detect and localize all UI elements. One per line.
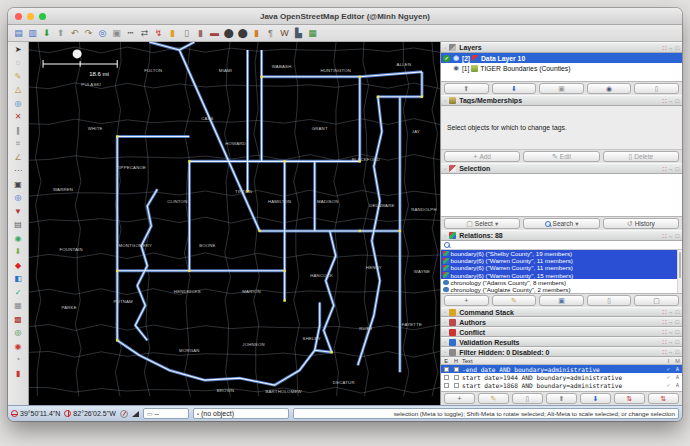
- car-alt-icon[interactable]: ⬤: [236, 27, 249, 40]
- filter-edit-button[interactable]: ✎: [478, 393, 509, 404]
- checkbox-icon[interactable]: [454, 375, 459, 380]
- filter-checkbox[interactable]: [451, 375, 461, 380]
- bookmark-icon[interactable]: ▼: [12, 205, 24, 219]
- download-area-icon[interactable]: ⬇: [12, 246, 24, 260]
- filter-down-button[interactable]: ⬇: [580, 393, 611, 404]
- selection-history-button[interactable]: ↺History: [603, 218, 679, 229]
- detach-icon[interactable]: →: [667, 319, 673, 325]
- barrier-icon[interactable]: ▮: [166, 27, 179, 40]
- extrude-tool-icon[interactable]: ⌗: [12, 138, 24, 152]
- download-icon[interactable]: ⬇: [40, 27, 53, 40]
- building-icon[interactable]: ▬: [208, 27, 221, 40]
- improve-accuracy-tool-icon[interactable]: △: [12, 84, 24, 98]
- zoom-icon[interactable]: ◎: [96, 27, 109, 40]
- relation-add-button[interactable]: +: [444, 295, 489, 306]
- car-icon[interactable]: ⬤: [222, 27, 235, 40]
- lasso-tool-icon[interactable]: ◌: [12, 57, 24, 71]
- relations-panel-header[interactable]: ◦ Relations: 88 ∷→□: [441, 230, 682, 241]
- split-way-icon[interactable]: ┅: [124, 27, 137, 40]
- relation-row[interactable]: boundary(6) ("Warren County", 11 members…: [441, 257, 682, 264]
- filter-panel-header[interactable]: ◦Filter Hidden: 0 Disabled: 0∷→□: [441, 347, 682, 357]
- filter-checkbox[interactable]: [451, 367, 461, 372]
- relation-row[interactable]: boundary(6) ("Warren County", 11 members…: [441, 264, 682, 271]
- sticky-icon[interactable]: ∷: [663, 233, 666, 239]
- layer-down-button[interactable]: ⬇: [492, 83, 537, 94]
- filter-row[interactable]: start_date>1868 AND boundary=administrat…: [441, 381, 682, 389]
- close-panel-icon[interactable]: □: [675, 319, 679, 325]
- audio-icon[interactable]: ▣: [12, 178, 24, 192]
- collapse-icon[interactable]: ◦: [444, 233, 446, 239]
- warning-icon[interactable]: ▮: [250, 27, 263, 40]
- user-icon[interactable]: ◉: [12, 232, 24, 246]
- command-stack-panel-header[interactable]: ◦Command Stack∷→□: [441, 307, 682, 317]
- detach-icon[interactable]: →: [667, 98, 673, 104]
- layer-row[interactable]: ◉[1]TIGER Boundaries (Counties): [441, 63, 682, 73]
- close-panel-icon[interactable]: □: [675, 233, 679, 239]
- layers-panel-header[interactable]: ◦ Layers ∷→□: [441, 42, 682, 53]
- collapse-icon[interactable]: ◦: [444, 45, 446, 51]
- relation-row[interactable]: chronology ("Auglaize County", 2 members…: [441, 286, 682, 293]
- clock-icon[interactable]: ◔: [12, 354, 24, 368]
- wms-icon[interactable]: ▦: [12, 300, 24, 314]
- validate-icon[interactable]: ✓: [12, 286, 24, 300]
- filter-row[interactable]: -end_date AND boundary=administrative✓A: [441, 365, 682, 373]
- selection-panel-header[interactable]: ◦ Selection ∷→□: [441, 163, 682, 174]
- conflict-panel-header[interactable]: ◦Conflict∷→□: [441, 327, 682, 337]
- relation-delete-button[interactable]: ▯: [587, 295, 632, 306]
- close-panel-icon[interactable]: □: [675, 309, 679, 315]
- filter-up-button[interactable]: ⬆: [546, 393, 577, 404]
- close-panel-icon[interactable]: □: [675, 166, 679, 172]
- sticky-icon[interactable]: ∷: [663, 339, 666, 345]
- checkbox-icon[interactable]: [454, 383, 459, 388]
- relation-duplicate-button[interactable]: ▣: [539, 295, 584, 306]
- detach-icon[interactable]: →: [667, 45, 673, 51]
- imagery-icon[interactable]: ▩: [12, 313, 24, 327]
- filter-add-button[interactable]: +: [444, 393, 475, 404]
- sticky-icon[interactable]: ∷: [663, 166, 666, 172]
- tags-tool-icon[interactable]: ◧: [12, 273, 24, 287]
- zoom-selection-icon[interactable]: ▣: [110, 27, 123, 40]
- layer-visible-icon[interactable]: ◉: [452, 54, 460, 62]
- checkbox-icon[interactable]: [444, 375, 449, 380]
- measurement-icon[interactable]: ▦: [306, 27, 319, 40]
- filter-row[interactable]: start_date>1944 AND boundary=administrat…: [441, 373, 682, 381]
- upload-icon[interactable]: ⬆: [54, 27, 67, 40]
- detach-icon[interactable]: →: [667, 233, 673, 239]
- collapse-icon[interactable]: ◦: [444, 98, 446, 104]
- style-icon[interactable]: ▮: [12, 367, 24, 381]
- selection-search-button[interactable]: Search▾: [523, 218, 599, 229]
- checkbox-icon[interactable]: [444, 367, 449, 372]
- collapse-icon[interactable]: ◦: [444, 349, 446, 355]
- close-panel-icon[interactable]: □: [675, 98, 679, 104]
- filter-checkbox[interactable]: [441, 375, 451, 380]
- zoom-tool-icon[interactable]: ◎: [12, 97, 24, 111]
- sticky-icon[interactable]: ∷: [663, 45, 666, 51]
- redo-icon[interactable]: ↷: [82, 27, 95, 40]
- sticky-icon[interactable]: ∷: [663, 349, 666, 355]
- relations-search-field[interactable]: [441, 241, 682, 250]
- close-panel-icon[interactable]: □: [675, 329, 679, 335]
- layer-group-icon[interactable]: ▤: [12, 219, 24, 233]
- filter-delete-button[interactable]: ▯: [512, 393, 543, 404]
- combine-way-icon[interactable]: ⇄: [138, 27, 151, 40]
- relation-row[interactable]: boundary(6) ("Shelby County", 19 members…: [441, 250, 682, 257]
- layer-visible-icon[interactable]: ◉: [452, 64, 460, 72]
- collapse-icon[interactable]: ◦: [444, 166, 446, 172]
- collapse-icon[interactable]: ◦: [444, 339, 446, 345]
- validation-results-panel-header[interactable]: ◦Validation Results∷→□: [441, 337, 682, 347]
- split-tool-icon[interactable]: ⋯: [12, 165, 24, 179]
- parallel-tool-icon[interactable]: ∥: [12, 124, 24, 138]
- selection-list[interactable]: [441, 174, 682, 217]
- checkbox-icon[interactable]: [454, 367, 459, 372]
- detach-icon[interactable]: →: [667, 329, 673, 335]
- pin-icon[interactable]: ◉: [12, 340, 24, 354]
- detach-icon[interactable]: →: [667, 339, 673, 345]
- scrollbar-thumb[interactable]: [679, 252, 681, 278]
- sticky-icon[interactable]: ∷: [663, 329, 666, 335]
- delete-tool-icon[interactable]: ✕: [12, 111, 24, 125]
- layer-up-button[interactable]: ⬆: [444, 83, 489, 94]
- close-panel-icon[interactable]: □: [675, 339, 679, 345]
- collapse-icon[interactable]: ◦: [444, 309, 446, 315]
- authors-panel-header[interactable]: ◦Authors∷→□: [441, 317, 682, 327]
- filter-sort-button[interactable]: ⇅: [614, 393, 645, 404]
